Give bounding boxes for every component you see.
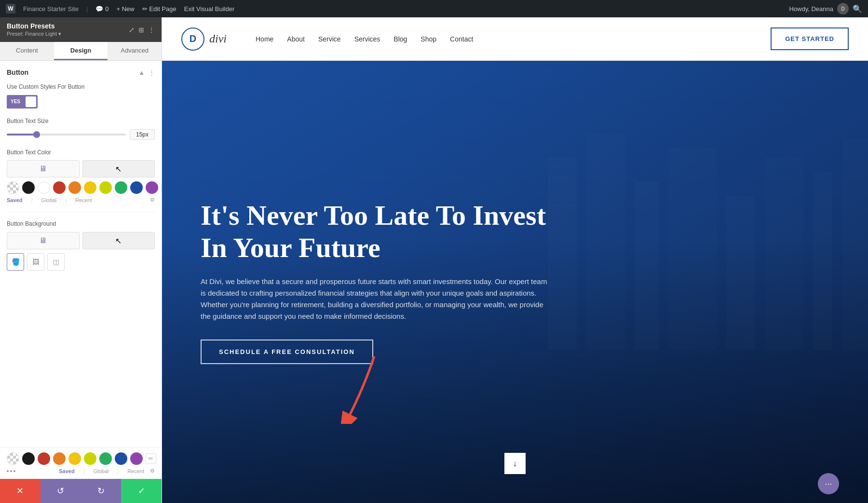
- swatch-black[interactable]: [22, 181, 35, 194]
- color-monitor-preview[interactable]: 🖥: [7, 160, 80, 177]
- dots-menu[interactable]: [7, 470, 15, 472]
- tab-advanced[interactable]: Advanced: [108, 42, 162, 60]
- hero-section: It's Never Too Late To Invest In Your Fu…: [162, 61, 868, 503]
- swatch-orange[interactable]: [68, 181, 81, 194]
- bottom-swatch-transparent[interactable]: [7, 452, 19, 465]
- scroll-down-button[interactable]: ↓: [504, 453, 526, 474]
- slider-track[interactable]: [7, 134, 126, 136]
- cancel-button[interactable]: ✕: [0, 479, 41, 503]
- cursor-icon: ↖: [115, 164, 122, 174]
- swatch-blue[interactable]: [130, 181, 143, 194]
- bottom-swatch-bright-yellow[interactable]: [84, 452, 96, 465]
- collapse-icon[interactable]: ▲: [138, 69, 145, 76]
- scroll-down-icon: ↓: [513, 459, 517, 469]
- edit-page-link[interactable]: ✏ Edit Page: [142, 5, 176, 13]
- slider-thumb[interactable]: [33, 131, 40, 138]
- bottom-swatch-black[interactable]: [22, 452, 35, 465]
- toggle-yes-label: YES: [7, 95, 24, 109]
- toggle-handle: [26, 96, 36, 107]
- nav-blog[interactable]: Blog: [393, 35, 407, 43]
- button-background-field: Button Background 🖥 ↖ 🪣 🖼 ◫: [7, 220, 155, 271]
- hero-content: It's Never Too Late To Invest In Your Fu…: [162, 61, 596, 503]
- nav-home[interactable]: Home: [256, 35, 273, 43]
- float-action-button[interactable]: ···: [818, 473, 839, 494]
- button-section-header: Button ▲ ⋮: [7, 68, 155, 76]
- color-preview-row: 🖥 ↖: [7, 160, 155, 177]
- bottom-swatch-yellow[interactable]: [68, 452, 81, 465]
- bottom-color-tab-recent[interactable]: Recent: [127, 468, 144, 474]
- get-started-button[interactable]: GET STARTED: [771, 27, 849, 50]
- panel-header: Button Presets Preset: Finance Light ▾ ⤢…: [0, 17, 162, 42]
- comments-link[interactable]: 💬 0: [95, 5, 108, 13]
- button-text-size-field: Button Text Size 15px: [7, 117, 155, 140]
- monitor-icon: 🖥: [39, 164, 47, 173]
- slider-fill: [7, 134, 37, 136]
- bg-type-color[interactable]: 🪣: [7, 253, 24, 271]
- section-more-icon[interactable]: ⋮: [149, 69, 155, 76]
- site-header: D divi Home About Service Services Blog …: [162, 17, 868, 61]
- color-cursor-preview[interactable]: ↖: [82, 160, 155, 177]
- bottom-swatch-blue[interactable]: [115, 452, 127, 465]
- bottom-color-tab-global[interactable]: Global: [93, 468, 108, 474]
- nav-shop[interactable]: Shop: [420, 35, 436, 43]
- swatch-yellow[interactable]: [84, 181, 96, 194]
- bottom-swatch-red[interactable]: [38, 452, 50, 465]
- bg-type-gradient[interactable]: ◫: [47, 253, 65, 271]
- nav-service[interactable]: Service: [318, 35, 341, 43]
- redo-button[interactable]: ↻: [81, 479, 122, 503]
- site-name[interactable]: Finance Starter Site: [23, 5, 79, 13]
- save-button[interactable]: ✓: [121, 479, 162, 503]
- tab-content[interactable]: Content: [0, 42, 54, 60]
- bg-monitor-preview[interactable]: 🖥: [7, 232, 80, 249]
- hero-subtitle: At Divi, we believe that a secure and pr…: [201, 276, 548, 322]
- wp-logo-icon[interactable]: W: [6, 4, 15, 14]
- color-tabs: Saved | Global | Recent ⚙: [7, 197, 155, 203]
- hero-cta-button[interactable]: SCHEDULE A FREE CONSULTATION: [201, 340, 373, 364]
- slider-row: 15px: [7, 129, 155, 140]
- more-icon[interactable]: ⋮: [148, 26, 155, 34]
- site-logo[interactable]: D divi: [181, 27, 227, 51]
- search-icon[interactable]: 🔍: [853, 4, 862, 14]
- admin-bar: W Finance Starter Site | 💬 0 + New ✏ Edi…: [0, 0, 868, 17]
- swatch-red[interactable]: [53, 181, 66, 194]
- swatch-white[interactable]: [38, 181, 50, 194]
- panel-subtitle[interactable]: Preset: Finance Light ▾: [7, 31, 61, 37]
- bottom-swatch-orange[interactable]: [53, 452, 66, 465]
- nav-contact[interactable]: Contact: [450, 35, 473, 43]
- button-text-color-field: Button Text Color 🖥 ↖: [7, 149, 155, 204]
- bottom-swatch-green[interactable]: [99, 452, 112, 465]
- bottom-swatch-purple[interactable]: [130, 452, 143, 465]
- swatch-purple[interactable]: [146, 181, 158, 194]
- color-tab-saved[interactable]: Saved: [7, 197, 22, 203]
- bottom-pencil-icon[interactable]: ✏: [146, 453, 156, 464]
- swatch-bright-yellow[interactable]: [99, 181, 112, 194]
- float-action-icon: ···: [825, 479, 832, 489]
- svg-rect-7: [842, 138, 868, 350]
- nav-about[interactable]: About: [287, 35, 305, 43]
- bg-type-image[interactable]: 🖼: [27, 253, 44, 271]
- new-button[interactable]: + New: [117, 5, 135, 13]
- bg-cursor-preview[interactable]: ↖: [82, 232, 155, 249]
- panel-bottom-swatches: ✏ Saved | Global | Recent ⚙: [0, 447, 162, 479]
- howdy-text: Howdy, Deanna: [789, 5, 833, 13]
- swatch-green[interactable]: [115, 181, 127, 194]
- exit-visual-builder-link[interactable]: Exit Visual Builder: [184, 5, 235, 13]
- page-area: D divi Home About Service Services Blog …: [162, 17, 868, 503]
- swatch-transparent[interactable]: [7, 181, 19, 194]
- bottom-gear-icon[interactable]: ⚙: [150, 468, 155, 474]
- tab-design[interactable]: Design: [54, 42, 108, 60]
- bottom-color-tab-saved[interactable]: Saved: [59, 468, 74, 474]
- custom-styles-toggle[interactable]: YES: [7, 95, 38, 109]
- color-tab-recent[interactable]: Recent: [75, 197, 92, 203]
- undo-button[interactable]: ↺: [41, 479, 81, 503]
- nav-services[interactable]: Services: [354, 35, 380, 43]
- panel-tabs: Content Design Advanced: [0, 42, 162, 61]
- pencil-icon[interactable]: ✏: [161, 182, 162, 193]
- fullscreen-icon[interactable]: ⤢: [129, 26, 135, 34]
- slider-value[interactable]: 15px: [130, 129, 155, 140]
- color-tab-global[interactable]: Global: [41, 197, 56, 203]
- bottom-color-tabs: Saved | Global | Recent ⚙: [7, 468, 155, 474]
- color-tab-gear-icon[interactable]: ⚙: [150, 197, 155, 203]
- user-menu[interactable]: Howdy, Deanna D 🔍: [789, 3, 862, 14]
- grid-icon[interactable]: ⊞: [138, 26, 144, 34]
